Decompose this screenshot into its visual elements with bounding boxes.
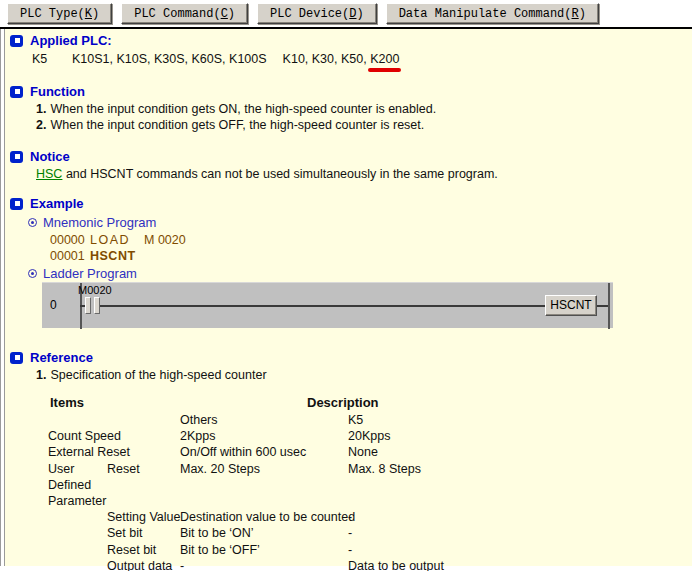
- button-label: PLC Device(: [270, 7, 349, 21]
- book-icon: [10, 151, 23, 163]
- subsection-title: Mnemonic Program: [43, 215, 156, 230]
- book-icon: [10, 198, 23, 210]
- button-label: ): [92, 7, 99, 21]
- table-cell: Destination value to be counted: [180, 509, 348, 525]
- table-row: Count Speed2Kpps20Kpps: [48, 428, 692, 444]
- table-cell: Bit to be ‘ON’: [180, 525, 348, 541]
- item-text: When the input condition gets OFF, the h…: [50, 118, 424, 132]
- items-header: Items: [50, 395, 84, 410]
- table-cell: K5: [348, 412, 692, 428]
- table-cell: External Reset: [48, 444, 107, 460]
- table-cell: [48, 525, 107, 541]
- table-cell: User: [48, 461, 107, 477]
- button-label: PLC Type(: [20, 7, 85, 21]
- table-cell: [48, 558, 107, 571]
- section-title: Notice: [30, 149, 70, 164]
- plc-command-button[interactable]: PLC Command(C): [121, 3, 248, 24]
- contact-symbol: [94, 297, 100, 314]
- table-row: Set bitBit to be ‘ON’-: [48, 525, 692, 541]
- function-item: 2.When the input condition gets OFF, the…: [36, 117, 692, 133]
- table-cell: [107, 444, 180, 460]
- contact-label: M0020: [78, 284, 112, 296]
- reference-item: 1.Specification of the high-speed counte…: [36, 367, 692, 383]
- button-label: Data Manipulate Command(: [399, 7, 572, 21]
- plc-device-button[interactable]: PLC Device(D): [257, 3, 377, 24]
- specification-table: Items Description OthersK5 Count Speed2K…: [48, 395, 692, 571]
- plc-type-button[interactable]: PLC Type(K): [7, 3, 112, 24]
- table-cell: On/Off within 600 usec: [180, 444, 348, 460]
- table-cell: -: [348, 509, 692, 525]
- mnemonic-key: C: [221, 7, 228, 21]
- table-row: Reset bitBit to be ‘OFF’-: [48, 542, 692, 558]
- plc-group: K5: [32, 52, 72, 66]
- table-cell: Reset bit: [107, 542, 180, 558]
- table-header-row: Items Description: [48, 395, 692, 412]
- table-cell: Parameter: [48, 493, 107, 509]
- button-label: ): [228, 7, 235, 21]
- plc-k200: K200: [370, 52, 399, 66]
- table-cell: -: [180, 558, 348, 571]
- table-cell: Count Speed: [48, 428, 107, 444]
- applied-plc-list: K5K10S1, K10S, K30S, K60S, K100SK10, K30…: [32, 52, 692, 66]
- section-title: Example: [30, 196, 83, 211]
- table-row: Defined: [48, 477, 692, 493]
- operand: M 0020: [144, 233, 186, 247]
- mnemonic-key: K: [85, 7, 92, 21]
- button-label: ): [579, 7, 586, 21]
- description-header: Description: [307, 395, 379, 410]
- ladder-row-number: 0: [50, 298, 57, 312]
- table-row: Output data-Data to be output: [48, 558, 692, 571]
- mnemonic-code-line: 00001HSCNT: [50, 248, 692, 264]
- book-icon: [10, 35, 23, 47]
- section-reference: Reference: [10, 350, 692, 365]
- table-cell: Bit to be ‘OFF’: [180, 542, 348, 558]
- table-cell: [107, 428, 180, 444]
- subsection-title: Ladder Program: [43, 266, 137, 281]
- table-cell: Others: [180, 412, 348, 428]
- item-number: 2.: [36, 118, 46, 132]
- red-underline-mark: [368, 68, 401, 72]
- table-cell: [48, 509, 107, 525]
- table-row: Parameter: [48, 493, 692, 509]
- item-text: When the input condition gets ON, the hi…: [50, 102, 436, 116]
- section-title: Function: [30, 84, 85, 99]
- data-manipulate-command-button[interactable]: Data Manipulate Command(R): [386, 3, 599, 24]
- ladder-right-rail: [608, 283, 610, 329]
- ladder-diagram: 0 M0020 HSCNT: [42, 282, 613, 328]
- table-cell: [348, 493, 692, 509]
- table-row: Setting ValueDestination value to be cou…: [48, 509, 692, 525]
- plc-group: K10, K30, K50, K200: [283, 52, 400, 66]
- mnemonic-key: R: [572, 7, 579, 21]
- table-row: External ResetOn/Off within 600 usecNone: [48, 444, 692, 460]
- table-cell: -: [348, 542, 692, 558]
- item-number: 1.: [36, 368, 46, 382]
- table-cell: Reset: [107, 461, 180, 477]
- ring-icon: [28, 269, 37, 278]
- button-label: ): [356, 7, 363, 21]
- table-cell: Max. 20 Steps: [180, 461, 348, 477]
- section-example: Example: [10, 196, 692, 211]
- table-cell: [48, 412, 107, 428]
- section-function: Function: [10, 84, 692, 99]
- section-title: Applied PLC:: [30, 33, 112, 48]
- book-icon: [10, 86, 23, 98]
- table-cell: -: [348, 525, 692, 541]
- table-cell: Output data: [107, 558, 180, 571]
- opcode: LOAD: [90, 232, 144, 248]
- opcode: HSCNT: [90, 248, 144, 264]
- section-applied-plc: Applied PLC:: [10, 33, 692, 48]
- help-content-panel: Applied PLC: K5K10S1, K10S, K30S, K60S, …: [0, 29, 692, 566]
- item-number: 1.: [36, 102, 46, 116]
- mnemonic-program-subheader: Mnemonic Program: [28, 215, 692, 230]
- hsc-link[interactable]: HSC: [36, 167, 62, 181]
- plc-group: K10S1, K10S, K30S, K60S, K100S: [72, 52, 267, 66]
- table-cell: None: [348, 444, 692, 460]
- table-row: UserResetMax. 20 StepsMax. 8 Steps: [48, 461, 692, 477]
- table-cell: [107, 493, 180, 509]
- table-cell: [180, 493, 348, 509]
- function-item: 1.When the input condition gets ON, the …: [36, 101, 692, 117]
- plc-group-text: K10, K30, K50,: [283, 52, 371, 66]
- table-cell: [348, 477, 692, 493]
- ring-icon: [28, 218, 37, 227]
- ladder-program-subheader: Ladder Program: [28, 266, 692, 281]
